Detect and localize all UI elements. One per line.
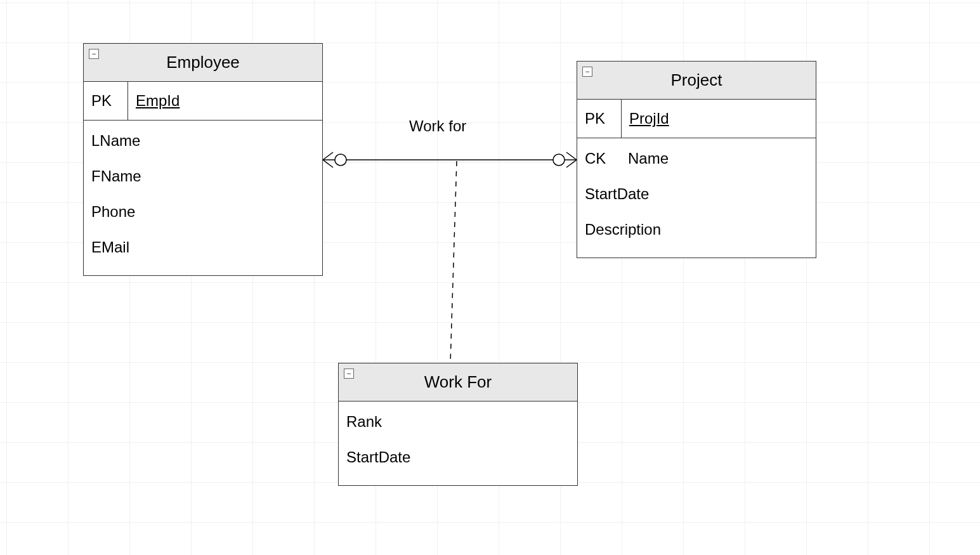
entity-employee[interactable]: − Employee PK EmpId LName FName Phone EM… [83,43,323,276]
pk-label: PK [84,82,128,120]
entity-title: Employee [166,53,240,72]
svg-line-4 [566,152,577,160]
pk-row: PK ProjId [577,100,816,138]
ck-label: CK [585,150,615,167]
attrs-list: LName FName Phone EMail [84,121,322,275]
attrs-list: Rank StartDate [339,402,577,485]
entity-header: − Project [577,62,816,100]
attr: StartDate [585,176,808,212]
svg-line-7 [450,161,457,363]
attr: StartDate [346,440,570,475]
entity-header: − Work For [339,363,577,402]
attr: Phone [91,194,315,230]
svg-point-3 [335,154,346,166]
ck-field: Name [628,150,669,167]
entity-project[interactable]: − Project PK ProjId CK Name StartDate De… [577,61,816,258]
pk-row: PK EmpId [84,82,322,121]
attr: Description [585,212,808,247]
relationship-label: Work for [409,117,466,135]
entity-title: Project [671,70,722,89]
entity-workfor[interactable]: − Work For Rank StartDate [338,363,578,486]
attrs-list: CK Name StartDate Description [577,138,816,258]
svg-line-1 [323,152,333,160]
collapse-icon[interactable]: − [344,369,354,379]
pk-field: ProjId [622,100,816,138]
diagram-canvas[interactable]: Work for − Employee PK EmpId LName FName… [0,0,980,555]
attr: LName [91,123,315,159]
attr: FName [91,159,315,194]
pk-label: PK [577,100,622,138]
pk-field: EmpId [128,82,322,120]
attr: Rank [346,404,570,440]
entity-header: − Employee [84,44,322,82]
entity-title: Work For [424,372,492,391]
svg-line-2 [323,160,333,167]
svg-line-5 [566,160,577,167]
attr: CK Name [585,141,808,176]
attr: EMail [91,230,315,265]
svg-point-6 [553,154,565,166]
collapse-icon[interactable]: − [582,67,592,77]
collapse-icon[interactable]: − [89,49,99,59]
